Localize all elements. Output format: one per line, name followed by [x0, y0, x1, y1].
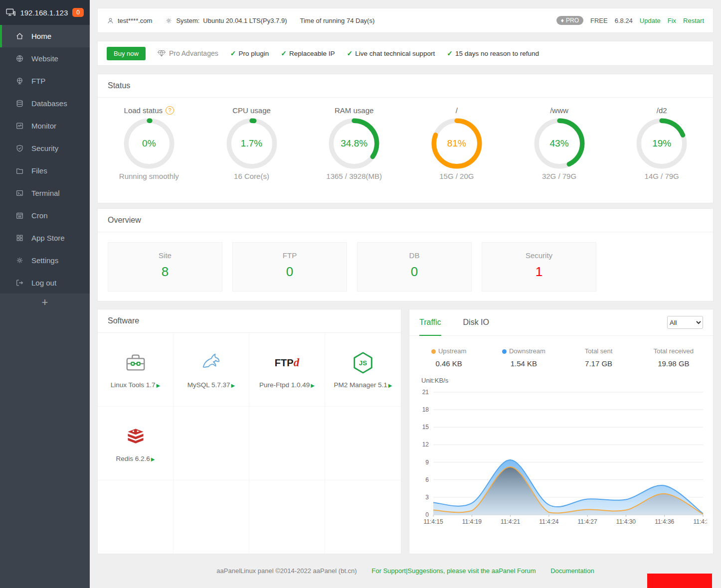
gauge-disk-d2: /d2 19% 14G / 79G — [610, 104, 713, 180]
svg-text:11:4:27: 11:4:27 — [578, 518, 597, 525]
running-indicator-icon[interactable]: ▶ — [151, 456, 155, 462]
forum-link[interactable]: For Support|Suggestions, please visit th… — [371, 567, 536, 575]
expand-menu-button[interactable]: + — [42, 297, 48, 308]
sidebar-item-cron[interactable]: Cron — [0, 204, 90, 227]
sidebar-item-app-store[interactable]: App Store — [0, 227, 90, 249]
tab-disk-io[interactable]: Disk IO — [463, 309, 489, 336]
sidebar-item-label: Home — [31, 32, 51, 40]
overview-stat-site[interactable]: Site 8 — [108, 242, 222, 292]
svg-text:11:4:15: 11:4:15 — [423, 518, 443, 525]
sidebar-item-databases[interactable]: Databases — [0, 92, 90, 115]
system-item: System: Ubuntu 20.04.1 LTS(Py3.7.9) — [165, 17, 287, 24]
stat-label: Security — [482, 251, 596, 260]
sidebar-item-label: Terminal — [31, 189, 60, 197]
domain-item[interactable]: test****.com — [107, 17, 152, 24]
check-icon: ✓ — [281, 49, 287, 57]
overview-stat-db[interactable]: DB 0 — [357, 242, 472, 292]
legend-value: 7.17 GB — [561, 359, 636, 368]
downstream-dot-icon — [502, 349, 507, 354]
traffic-legend: Upstream 0.46 KB Downstream 1.54 KB Tota… — [409, 336, 713, 369]
buy-now-button[interactable]: Buy now — [107, 47, 146, 60]
check-icon: ✓ — [347, 49, 353, 57]
feature-label: Pro plugin — [238, 50, 269, 57]
sidebar-item-home[interactable]: Home — [0, 25, 90, 47]
svg-text:21: 21 — [422, 389, 429, 396]
legend-label: Total received — [654, 347, 694, 355]
sidebar-menu: Home Website FTP Databases Monitor Secur… — [0, 25, 90, 294]
notification-badge[interactable]: 0 — [72, 8, 84, 17]
sidebar-item-label: Cron — [31, 211, 48, 220]
software-cell-empty — [325, 407, 401, 480]
overview-stat-ftp[interactable]: FTP 0 — [232, 242, 347, 292]
sidebar-item-monitor[interactable]: Monitor — [0, 115, 90, 137]
gauge-title: Load status — [124, 106, 163, 115]
overview-stat-security[interactable]: Security 1 — [482, 242, 596, 292]
website-icon — [15, 54, 24, 63]
page-footer: aaPanelLinux panel ©2014-2022 aaPanel (b… — [97, 554, 714, 588]
pm2-icon: JS — [352, 351, 374, 374]
floating-red-button[interactable] — [647, 574, 712, 588]
overview-panel: Overview Site 8 FTP 0 DB 0 Security 1 — [97, 208, 714, 301]
feature-label: Live chat technical support — [355, 50, 435, 57]
stat-label: DB — [358, 251, 471, 260]
software-name: Pure-Ftpd 1.0.49 — [259, 381, 310, 389]
sidebar-footer: + — [0, 294, 90, 588]
traffic-chart: 03691215182111:4:1511:4:1911:4:2111:4:24… — [415, 385, 707, 531]
redis-icon — [125, 426, 147, 447]
sidebar-item-files[interactable]: Files — [0, 159, 90, 182]
pro-advantages-link[interactable]: Pro Advantages — [158, 49, 218, 57]
legend-label: Downstream — [509, 347, 545, 355]
software-item-pm2[interactable]: JS PM2 Manager 5.1▶ — [325, 333, 401, 407]
gauge-ram-usage: RAM usage 34.8% 1365 / 3928(MB) — [303, 104, 405, 180]
running-indicator-icon[interactable]: ▶ — [231, 383, 235, 388]
check-icon: ✓ — [230, 49, 236, 57]
help-icon[interactable]: ? — [166, 106, 174, 115]
sidebar-item-label: Log out — [31, 279, 56, 287]
gauge-value: 1.7% — [226, 118, 278, 169]
update-link[interactable]: Update — [640, 17, 661, 24]
running-indicator-icon[interactable]: ▶ — [388, 383, 392, 388]
running-indicator-icon[interactable]: ▶ — [157, 383, 161, 388]
restart-link[interactable]: Restart — [683, 17, 704, 24]
gauge-title: /www — [550, 106, 568, 115]
tab-traffic[interactable]: Traffic — [419, 309, 441, 336]
software-item-redis[interactable]: Redis 6.2.6▶ — [98, 407, 174, 480]
software-item-pure-ftpd[interactable]: FTPd Pure-Ftpd 1.0.49▶ — [249, 333, 325, 407]
gauge-label: 1365 / 3928(MB) — [303, 172, 405, 180]
gauge-value: 81% — [431, 118, 483, 169]
svg-text:0: 0 — [425, 511, 429, 518]
legend-value: 0.46 KB — [411, 359, 486, 368]
appstore-icon — [15, 234, 24, 242]
sidebar-item-label: Files — [31, 166, 47, 175]
sidebar-item-settings[interactable]: Settings — [0, 249, 90, 272]
monitor-icon — [15, 122, 24, 130]
sidebar-item-ftp[interactable]: FTP — [0, 70, 90, 92]
status-panel: Status Load status? 0% Running smoothly … — [97, 74, 714, 203]
pro-badge[interactable]: ♦ PRO — [556, 16, 583, 25]
stat-value: 0 — [233, 264, 347, 280]
sidebar-item-label: FTP — [31, 77, 45, 85]
mysql-icon — [200, 351, 223, 374]
sidebar-item-security[interactable]: Security — [0, 137, 90, 159]
stat-value: 0 — [358, 264, 471, 280]
version-number: 6.8.24 — [615, 17, 633, 24]
sidebar-item-website[interactable]: Website — [0, 47, 90, 70]
software-item-mysql[interactable]: MySQL 5.7.37▶ — [174, 333, 249, 407]
sidebar-item-log-out[interactable]: Log out — [0, 272, 90, 294]
traffic-range-select[interactable]: All — [667, 316, 703, 329]
software-item-linux-tools[interactable]: Linux Tools 1.7▶ — [98, 333, 174, 407]
legend-value: 19.98 GB — [636, 359, 711, 368]
stat-value: 8 — [108, 264, 222, 280]
gauge-value: 43% — [534, 118, 585, 169]
gauge-label: 16 Core(s) — [200, 172, 303, 180]
running-indicator-icon[interactable]: ▶ — [311, 383, 315, 388]
software-name: MySQL 5.7.37 — [187, 381, 230, 389]
system-value: Ubuntu 20.04.1 LTS(Py3.7.9) — [203, 17, 287, 24]
linux-tools-icon — [124, 351, 147, 374]
fix-link[interactable]: Fix — [668, 17, 676, 24]
documentation-link[interactable]: Documentation — [550, 567, 594, 575]
sidebar-item-terminal[interactable]: Terminal — [0, 182, 90, 204]
sidebar-item-label: Databases — [31, 99, 67, 108]
sidebar-item-label: Security — [31, 144, 58, 152]
databases-icon — [15, 99, 24, 108]
